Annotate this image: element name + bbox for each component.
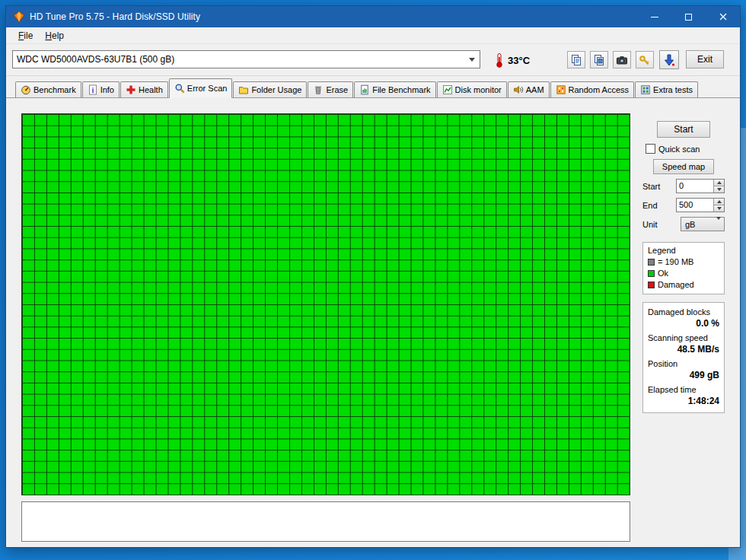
- position-label: Position: [648, 359, 719, 368]
- quick-scan-label: Quick scan: [658, 145, 700, 154]
- tab-folder-usage[interactable]: Folder Usage: [233, 81, 307, 98]
- scan-control-panel: Start Quick scan Speed map Start 0 End: [642, 119, 725, 413]
- spin-down-icon[interactable]: [714, 205, 724, 212]
- tab-disk-monitor[interactable]: Disk monitor: [437, 81, 507, 98]
- legend-item-label: Damaged: [658, 280, 694, 289]
- scanning-speed-value: 48.5 MB/s: [648, 344, 719, 355]
- legend-box: Legend = 190 MB Ok Damaged: [642, 242, 725, 294]
- tab-error-scan[interactable]: Error Scan: [169, 78, 233, 98]
- tab-label: Benchmark: [33, 85, 76, 94]
- toolbar-icon-buttons: [567, 51, 654, 68]
- close-icon: [719, 13, 727, 21]
- menu-help[interactable]: Help: [39, 29, 70, 43]
- scan-status-box: Damaged blocks 0.0 % Scanning speed 48.5…: [642, 302, 725, 413]
- minimize-button[interactable]: [637, 6, 671, 27]
- scanning-speed-label: Scanning speed: [648, 333, 719, 342]
- tab-label: AAM: [526, 85, 544, 94]
- screenshot-button[interactable]: [613, 51, 631, 68]
- copy-text-icon: [570, 54, 582, 66]
- block-size-swatch: [648, 259, 655, 266]
- file-benchmark-icon: [359, 84, 370, 95]
- range-start-value: 0: [677, 180, 713, 192]
- app-window: HD Tune Pro 5.75 - Hard Disk/SSD Utility…: [5, 5, 741, 548]
- svg-text:i: i: [91, 86, 94, 94]
- copy-image-button[interactable]: [590, 51, 608, 68]
- unit-select[interactable]: gB: [681, 217, 725, 231]
- tab-aam[interactable]: AAM: [508, 81, 550, 98]
- tab-benchmark[interactable]: Benchmark: [15, 81, 81, 98]
- ok-swatch: [648, 270, 655, 277]
- range-start-row: Start 0: [642, 179, 725, 193]
- chevron-down-icon: [464, 58, 480, 62]
- titlebar: HD Tune Pro 5.75 - Hard Disk/SSD Utility: [6, 6, 740, 27]
- key-icon: [639, 54, 651, 66]
- tab-random-access[interactable]: Random Access: [550, 81, 634, 98]
- update-button[interactable]: [659, 50, 679, 69]
- spin-up-icon[interactable]: [714, 180, 724, 186]
- damaged-blocks-label: Damaged blocks: [648, 307, 719, 317]
- speed-map-button[interactable]: Speed map: [653, 159, 714, 174]
- legend-item-ok: Ok: [648, 269, 719, 278]
- tab-label: Disk monitor: [455, 85, 502, 94]
- tab-health[interactable]: Health: [120, 81, 168, 98]
- range-end-spinner[interactable]: [713, 199, 724, 212]
- erase-icon: [313, 84, 324, 95]
- range-end-value: 500: [677, 199, 713, 212]
- temperature-display: 33°C: [495, 50, 530, 70]
- tab-erase[interactable]: Erase: [308, 81, 353, 98]
- disk-monitor-icon: [442, 84, 453, 95]
- quick-scan-checkbox[interactable]: [646, 144, 655, 154]
- error-scan-page: Start Quick scan Speed map Start 0 End: [6, 98, 740, 547]
- menubar: File Help: [6, 27, 740, 44]
- quick-scan-option[interactable]: Quick scan: [646, 144, 725, 154]
- maximize-button[interactable]: [671, 6, 706, 27]
- range-end-input[interactable]: 500: [676, 198, 725, 212]
- error-scan-icon: [174, 83, 185, 94]
- copy-image-icon: [593, 54, 605, 66]
- damaged-swatch: [648, 282, 655, 288]
- close-button[interactable]: [706, 6, 740, 27]
- chevron-down-icon: [716, 220, 721, 229]
- unit-label: Unit: [642, 220, 658, 229]
- drive-select[interactable]: WDC WD5000AVDS-63U7B1 (500 gB): [12, 50, 480, 68]
- range-end-label: End: [642, 201, 658, 210]
- elapsed-time-value: 1:48:24: [648, 396, 719, 406]
- tab-info[interactable]: i Info: [82, 81, 120, 98]
- log-box: [21, 501, 630, 542]
- drive-select-value: WDC WD5000AVDS-63U7B1 (500 gB): [17, 54, 174, 65]
- range-start-input[interactable]: 0: [676, 179, 725, 193]
- tab-label: Health: [139, 85, 163, 94]
- copy-text-button[interactable]: [567, 51, 585, 68]
- toolbar: WDC WD5000AVDS-63U7B1 (500 gB) 33°C: [6, 44, 740, 76]
- options-button[interactable]: [636, 51, 654, 68]
- spin-up-icon[interactable]: [714, 199, 724, 205]
- benchmark-icon: [21, 84, 31, 95]
- unit-row: Unit gB: [642, 217, 725, 231]
- position-value: 499 gB: [648, 370, 719, 380]
- tab-label: Erase: [326, 85, 348, 94]
- tab-label: Error Scan: [187, 84, 228, 93]
- tabstrip: Benchmark i Info Health: [6, 76, 740, 98]
- camera-icon: [616, 54, 628, 66]
- window-title: HD Tune Pro 5.75 - Hard Disk/SSD Utility: [30, 11, 637, 22]
- spin-down-icon[interactable]: [714, 186, 724, 192]
- scan-grid: [21, 113, 630, 495]
- speaker-icon: [513, 84, 524, 95]
- range-start-spinner[interactable]: [713, 180, 724, 192]
- thermometer-icon: [495, 52, 504, 68]
- tab-label: Extra tests: [653, 85, 693, 94]
- health-icon: [126, 84, 136, 95]
- start-scan-button[interactable]: Start: [657, 121, 710, 138]
- tab-label: File Benchmark: [372, 85, 430, 94]
- menu-file[interactable]: File: [12, 29, 39, 43]
- window-controls: [637, 6, 740, 27]
- app-logo-icon: [13, 11, 25, 23]
- extra-tests-icon: [640, 84, 651, 95]
- damaged-blocks-value: 0.0 %: [648, 318, 719, 329]
- minimize-icon: [651, 17, 658, 18]
- exit-button[interactable]: Exit: [686, 50, 724, 68]
- tab-extra-tests[interactable]: Extra tests: [635, 81, 698, 98]
- unit-value: gB: [685, 220, 695, 229]
- range-start-label: Start: [642, 182, 660, 191]
- tab-file-benchmark[interactable]: File Benchmark: [354, 81, 435, 98]
